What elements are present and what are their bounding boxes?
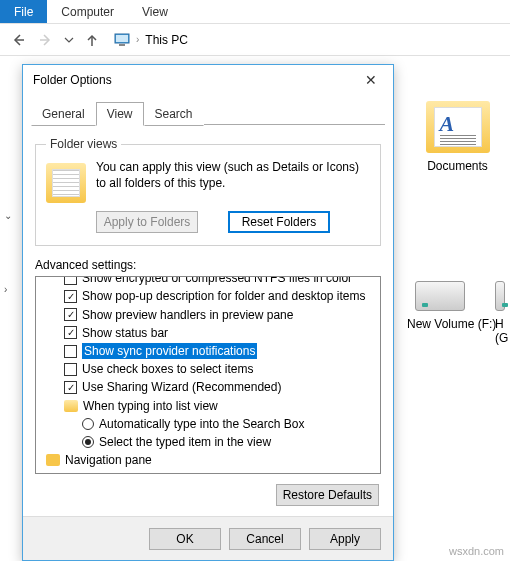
documents-folder[interactable]: A Documents [415, 101, 500, 173]
chevron-right-icon: › [136, 34, 139, 45]
advanced-settings-tree[interactable]: ✓Show drive lettersShow encrypted or com… [35, 276, 381, 474]
tree-toggle-icon[interactable]: ⌄ [4, 206, 18, 225]
tab-view[interactable]: View [96, 102, 144, 126]
folder-views-desc: You can apply this view (such as Details… [96, 159, 370, 191]
tree-item-label: Show encrypted or compressed NTFS files … [82, 276, 352, 286]
tree-item[interactable]: Use check boxes to select items [38, 360, 378, 378]
ribbon-view-tab[interactable]: View [128, 0, 182, 23]
folder-views-icon [46, 163, 86, 203]
radio-icon[interactable] [82, 436, 94, 448]
tree-item-label: Show sync provider notifications [82, 343, 257, 359]
checkbox-icon[interactable] [64, 345, 77, 358]
checkbox-icon[interactable]: ✓ [64, 290, 77, 303]
dialog-titlebar[interactable]: Folder Options ✕ [23, 65, 393, 95]
dialog-buttons: OK Cancel Apply [23, 516, 393, 560]
this-pc-icon [114, 32, 130, 48]
navigation-pane-icon [46, 454, 60, 466]
svg-rect-4 [116, 35, 128, 42]
drive-icon [495, 281, 505, 311]
folder-views-group: Folder views You can apply this view (su… [35, 137, 381, 246]
restore-defaults-button[interactable]: Restore Defaults [276, 484, 379, 506]
tree-item-label: Navigation pane [65, 452, 152, 468]
tree-item[interactable]: Select the typed item in the view [38, 433, 378, 451]
checkbox-icon[interactable]: ✓ [64, 326, 77, 339]
back-icon[interactable] [6, 28, 30, 52]
apply-button[interactable]: Apply [309, 528, 381, 550]
tree-item-label: Show preview handlers in preview pane [82, 307, 293, 323]
tab-general[interactable]: General [31, 102, 96, 126]
tree-item[interactable]: Show encrypted or compressed NTFS files … [38, 276, 378, 287]
tree-item-label: Use check boxes to select items [82, 361, 253, 377]
checkbox-icon[interactable] [64, 276, 77, 285]
tree-item[interactable]: Automatically type into the Search Box [38, 415, 378, 433]
radio-icon[interactable] [82, 418, 94, 430]
drive-icon [415, 281, 465, 311]
drive-partial[interactable]: H (G [495, 281, 510, 345]
tree-item[interactable]: ✓Show preview handlers in preview pane [38, 306, 378, 324]
watermark: wsxdn.com [449, 545, 504, 557]
cancel-button[interactable]: Cancel [229, 528, 301, 550]
svg-rect-5 [119, 44, 125, 46]
tree-item[interactable]: ✓Show status bar [38, 324, 378, 342]
advanced-settings-label: Advanced settings: [35, 258, 381, 272]
recent-dropdown-icon[interactable] [62, 28, 76, 52]
breadcrumb[interactable]: › This PC [114, 32, 188, 48]
folder-label: Documents [415, 159, 500, 173]
tree-item[interactable]: Navigation pane [38, 451, 378, 469]
tree-item-label: Automatically type into the Search Box [99, 416, 304, 432]
checkbox-icon[interactable] [64, 363, 77, 376]
tree-item[interactable]: Show sync provider notifications [38, 342, 378, 360]
folder-icon: A [426, 101, 490, 153]
tree-item-label: Select the typed item in the view [99, 434, 271, 450]
tree-item[interactable]: ✓Show pop-up description for folder and … [38, 287, 378, 305]
tree-item[interactable]: When typing into list view [38, 397, 378, 415]
dialog-title: Folder Options [33, 73, 359, 87]
tab-search[interactable]: Search [144, 102, 204, 126]
apply-to-folders-button[interactable]: Apply to Folders [96, 211, 198, 233]
folder-views-legend: Folder views [46, 137, 121, 151]
breadcrumb-location[interactable]: This PC [145, 33, 188, 47]
tree-item-label: Show pop-up description for folder and d… [82, 288, 366, 304]
folder-icon [64, 400, 78, 412]
forward-icon[interactable] [34, 28, 58, 52]
checkbox-icon[interactable]: ✓ [64, 308, 77, 321]
up-icon[interactable] [80, 28, 104, 52]
checkbox-icon[interactable]: ✓ [64, 381, 77, 394]
folder-options-dialog: Folder Options ✕ General View Search Fol… [22, 64, 394, 561]
close-icon[interactable]: ✕ [359, 70, 383, 90]
ribbon-computer-tab[interactable]: Computer [47, 0, 128, 23]
ribbon-file-tab[interactable]: File [0, 0, 47, 23]
drive-label: H [495, 317, 510, 331]
tree-item-label: When typing into list view [83, 398, 218, 414]
tree-item-label: Use Sharing Wizard (Recommended) [82, 379, 281, 395]
dialog-tabs: General View Search [23, 95, 393, 125]
ribbon: File Computer View [0, 0, 510, 24]
reset-folders-button[interactable]: Reset Folders [228, 211, 330, 233]
tree-toggle-icon[interactable]: › [4, 280, 18, 299]
drive-label2: (G [495, 331, 510, 345]
tree-item[interactable]: ✓Use Sharing Wizard (Recommended) [38, 378, 378, 396]
tree-item-label: Show status bar [82, 325, 168, 341]
ok-button[interactable]: OK [149, 528, 221, 550]
navbar: › This PC [0, 24, 510, 56]
